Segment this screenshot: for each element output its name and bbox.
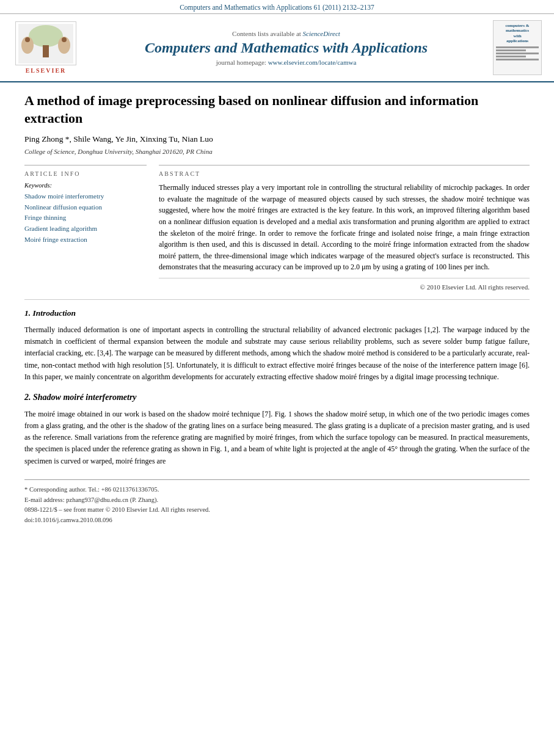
homepage-link[interactable]: www.elsevier.com/locate/camwa [268,59,357,66]
elsevier-tree-icon [18,24,73,64]
abstract-heading: ABSTRACT [159,170,530,177]
abstract-section: ABSTRACT Thermally induced stresses play… [159,165,530,291]
journal-thumbnail: computers &mathematicswithapplications [493,20,542,75]
journal-citation: Computers and Mathematics with Applicati… [180,4,374,11]
footnote-corresponding: * Corresponding author. Tel.: +86 021137… [24,485,530,495]
authors: Ping Zhong *, Shile Wang, Ye Jin, Xinxin… [24,134,530,144]
journal-title-area: Contents lists available at ScienceDirec… [86,30,487,66]
thumb-line-2 [496,49,526,51]
svg-point-6 [62,37,67,42]
section-2-title: 2. Shadow moiré interferometry [24,393,530,402]
article-title: A method of image preprocessing based on… [24,92,530,127]
thumb-lines [496,46,539,62]
section-1: 1. Introduction Thermally induced deform… [24,308,530,383]
keyword-3: Fringe thinning [24,213,147,224]
journal-homepage: journal homepage: www.elsevier.com/locat… [86,59,487,66]
journal-header: ELSEVIER Contents lists available at Sci… [0,14,554,82]
affiliation: College of Science, Donghua University, … [24,148,530,155]
footnote-doi: doi:10.1016/j.camwa.2010.08.096 [24,515,530,526]
svg-point-1 [29,25,63,47]
top-bar: Computers and Mathematics with Applicati… [0,0,554,14]
svg-rect-2 [43,45,49,57]
elsevier-logo-area: ELSEVIER [12,21,79,74]
article-info-heading: ARTICLE INFO [24,170,147,177]
thumb-line-1 [496,46,539,48]
svg-point-5 [25,37,30,42]
info-abstract-columns: ARTICLE INFO Keywords: Shadow moiré inte… [24,165,530,291]
contents-line: Contents lists available at ScienceDirec… [86,30,487,37]
article-info-panel: ARTICLE INFO Keywords: Shadow moiré inte… [24,165,147,291]
main-content: A method of image preprocessing based on… [0,82,554,538]
thumb-line-3 [496,53,539,54]
section-2-paragraph: The moiré image obtained in our work is … [24,409,530,467]
footnote-issn: 0898-1221/$ – see front matter © 2010 El… [24,505,530,515]
footnote-email: E-mail address: pzhang937@dhu.edu.cn (P.… [24,495,530,506]
thumb-line-5 [496,59,539,60]
elsevier-wordmark: ELSEVIER [26,67,67,74]
journal-name: Computers and Mathematics with Applicati… [86,40,487,56]
section-2: 2. Shadow moiré interferometry The moiré… [24,393,530,467]
keyword-5: Moiré fringe extraction [24,234,147,245]
logo-box [15,21,76,65]
keyword-4: Gradient leading algorithm [24,224,147,234]
sciencedirect-link[interactable]: ScienceDirect [303,30,340,37]
section-1-paragraph: Thermally induced deformation is one of … [24,324,530,383]
keywords-list: Shadow moiré interferometry Nonlinear di… [24,191,147,245]
thumb-journal-title: computers &mathematicswithapplications [505,23,529,44]
abstract-text: Thermally induced stresses play a very i… [159,182,530,273]
section-1-title: 1. Introduction [24,308,530,318]
thumb-line-4 [496,56,526,57]
section-divider-1 [24,299,530,300]
copyright: © 2010 Elsevier Ltd. All rights reserved… [159,278,530,291]
keywords-label: Keywords: [24,182,147,189]
keyword-2: Nonlinear diffusion equation [24,202,147,213]
keyword-1: Shadow moiré interferometry [24,191,147,202]
footnote-area: * Corresponding author. Tel.: +86 021137… [24,479,530,526]
